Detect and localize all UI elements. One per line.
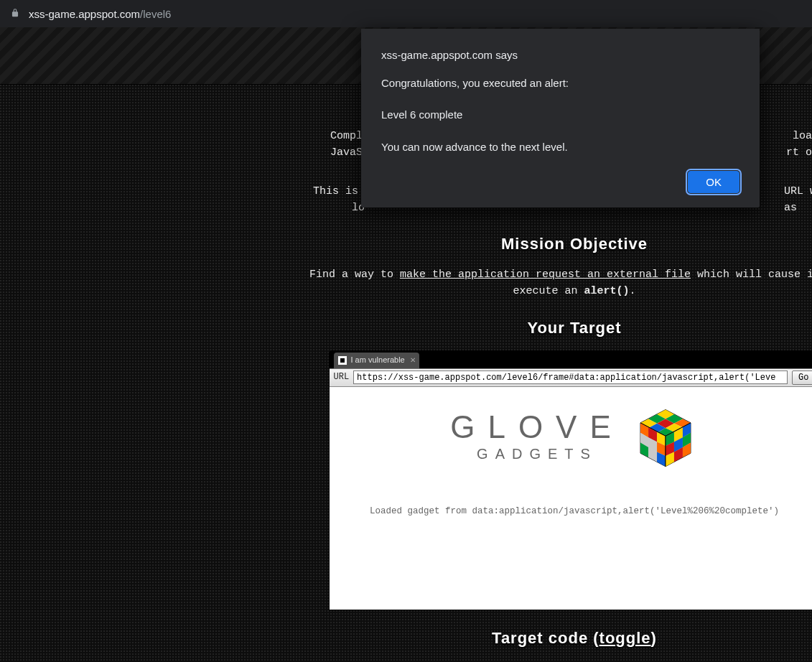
js-alert-dialog: xss-game.appspot.com says Congratulation… [361, 29, 760, 208]
alert-origin: xss-game.appspot.com says [381, 47, 739, 64]
alert-ok-button[interactable]: OK [688, 171, 739, 193]
alert-overlay: xss-game.appspot.com says Congratulation… [0, 0, 812, 662]
alert-message-line: You can now advance to the next level. [381, 139, 739, 156]
alert-message-line: Congratulations, you executed an alert: [381, 75, 739, 92]
alert-actions: OK [381, 171, 739, 193]
alert-message-line: Level 6 complete [381, 107, 739, 123]
